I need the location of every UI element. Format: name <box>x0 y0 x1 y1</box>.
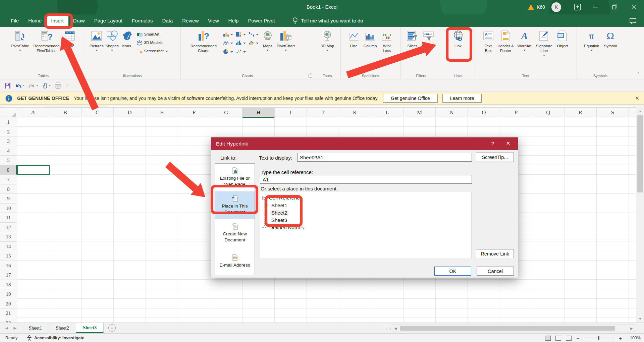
row-header[interactable]: 20 <box>0 299 17 309</box>
text-to-display-input[interactable]: Sheet2!A1 <box>297 153 472 162</box>
ribbon-tab[interactable]: Formulas <box>127 14 158 27</box>
ribbon-tab[interactable]: Power Pivot <box>243 14 279 27</box>
redo-button[interactable] <box>29 83 38 89</box>
horizontal-scrollbar[interactable]: ◀ ▶ <box>392 325 635 332</box>
recommended-charts-button[interactable]: ? Recommended Charts <box>187 28 220 53</box>
normal-view-icon[interactable] <box>545 336 551 341</box>
collapse-node-icon[interactable]: − <box>262 196 266 199</box>
table-button[interactable]: Table <box>64 28 75 51</box>
sparkline-column-button[interactable]: Column <box>364 28 377 48</box>
row-header[interactable]: 9 <box>0 194 17 204</box>
cell-reference-input[interactable]: A1 <box>260 175 472 184</box>
qat-overflow-icon[interactable]: ⋮ <box>65 83 69 88</box>
zoom-out-icon[interactable]: − <box>576 335 579 341</box>
ribbon-tab[interactable]: Help <box>224 14 244 27</box>
link-button[interactable]: Link <box>452 28 464 48</box>
column-header[interactable]: I <box>275 108 307 118</box>
dialog-title-bar[interactable]: Edit Hyperlink <box>211 137 518 150</box>
row-header[interactable]: 14 <box>0 242 17 251</box>
ribbon-tab[interactable]: Review <box>177 14 203 27</box>
tree-item-defined-names[interactable]: Defined Names <box>262 225 305 230</box>
screenshot-button[interactable]: Screenshot <box>137 48 168 54</box>
row-header[interactable]: 13 <box>0 232 17 242</box>
user-badge[interactable]: K60 <box>537 4 545 10</box>
tell-me-box[interactable]: Tell me what you want to do <box>292 14 363 27</box>
timeline-button[interactable]: Timeline <box>421 28 436 48</box>
avatar[interactable]: K <box>551 2 561 12</box>
object-button[interactable]: Object <box>557 28 568 48</box>
row-header[interactable]: 6 <box>0 165 17 175</box>
charts-dialog-launcher-icon[interactable] <box>309 74 312 77</box>
row-header[interactable]: 10 <box>0 204 17 213</box>
column-header[interactable]: C <box>82 108 114 118</box>
column-header[interactable]: Q <box>532 108 565 118</box>
vertical-scrollbar[interactable]: ▲ ▼ <box>636 107 644 323</box>
insert-column-chart-button[interactable] <box>223 32 233 37</box>
slicer-button[interactable]: Slicer <box>407 28 418 48</box>
zoom-in-icon[interactable]: + <box>619 335 622 341</box>
restore-button[interactable] <box>612 4 618 10</box>
scroll-left-icon[interactable]: ◀ <box>393 327 397 330</box>
icons-button[interactable]: Icons <box>121 28 132 48</box>
row-header[interactable]: 4 <box>0 146 17 156</box>
collapse-ribbon-icon[interactable]: ⌃ <box>637 72 640 76</box>
column-header[interactable]: L <box>371 108 404 118</box>
banner-close-icon[interactable]: ✕ <box>635 95 639 101</box>
recommended-pivottables-button[interactable]: ? Recommended PivotTables <box>31 28 62 53</box>
column-header[interactable]: E <box>146 108 178 118</box>
insert-scatter-dots-button[interactable] <box>236 49 246 55</box>
insert-scatter-chart-button[interactable] <box>223 40 233 46</box>
accessibility-status[interactable]: Accessibility: Investigate <box>27 335 84 341</box>
next-sheet-icon[interactable]: ▶ <box>13 326 16 330</box>
zoom-slider[interactable] <box>584 338 614 338</box>
vertical-scroll-thumb[interactable] <box>637 115 643 192</box>
ribbon-tab[interactable]: Data <box>157 14 177 27</box>
insert-pie-chart-button[interactable] <box>223 49 233 55</box>
sheet-tab[interactable]: Sheet3 <box>76 323 104 333</box>
scroll-right-icon[interactable]: ▶ <box>630 327 634 330</box>
column-header[interactable]: D <box>114 108 146 118</box>
row-header[interactable]: 22 <box>0 318 17 323</box>
signature-line-button[interactable]: Signature Line <box>534 28 554 56</box>
wordart-button[interactable]: A WordArt <box>518 28 532 51</box>
row-header[interactable]: 16 <box>0 261 17 271</box>
text-box-button[interactable]: A Text Box <box>483 28 494 53</box>
row-header[interactable]: 8 <box>0 184 17 194</box>
column-header[interactable]: S <box>597 108 629 118</box>
sparkline-winloss-button[interactable]: Win/ Loss <box>381 28 393 53</box>
sparkline-line-button[interactable]: Line <box>348 28 360 48</box>
row-header[interactable]: 15 <box>0 251 17 261</box>
3d-models-button[interactable]: 3D Models <box>137 40 168 46</box>
row-header[interactable]: 17 <box>0 270 17 280</box>
pivottable-button[interactable]: PivotTable <box>11 28 29 51</box>
3d-map-button[interactable]: 3D Map <box>320 28 335 51</box>
ribbon-tab[interactable]: Draw <box>68 14 90 27</box>
row-header[interactable]: 5 <box>0 156 17 165</box>
document-places-tree[interactable]: − Cell Reference Sheet1 Sheet2 Sheet3 De… <box>260 192 472 258</box>
column-header[interactable]: J <box>307 108 339 118</box>
column-header[interactable]: G <box>210 108 243 118</box>
row-header[interactable]: 18 <box>0 280 17 290</box>
shapes-button[interactable]: Shapes <box>106 28 119 51</box>
remove-link-button[interactable]: Remove Link <box>476 249 514 258</box>
horizontal-scroll-thumb[interactable] <box>400 326 615 331</box>
undo-button[interactable] <box>15 83 24 89</box>
dialog-close-icon[interactable]: ✕ <box>503 140 513 147</box>
row-header[interactable]: 12 <box>0 223 17 232</box>
column-header[interactable]: B <box>49 108 82 118</box>
get-genuine-office-button[interactable]: Get genuine Office <box>383 94 437 103</box>
tree-item-cell-reference[interactable]: − Cell Reference <box>262 195 303 201</box>
select-all-corner[interactable] <box>0 108 17 118</box>
zoom-slider-thumb[interactable] <box>598 336 599 340</box>
column-header[interactable]: K <box>339 108 371 118</box>
row-header[interactable]: 19 <box>0 289 17 299</box>
sidebar-item-place-in-document[interactable]: Place in This Document <box>215 191 255 219</box>
insert-combo-chart-button[interactable] <box>249 40 259 46</box>
sidebar-item-email[interactable]: E-mail Address <box>215 247 255 275</box>
header-footer-button[interactable]: Header & Footer <box>497 28 515 53</box>
row-header[interactable]: 21 <box>0 308 17 318</box>
splitter-grip[interactable]: ⋮⋮ <box>384 326 392 331</box>
screentip-button[interactable]: ScreenTip... <box>476 153 514 162</box>
sidebar-item-create-new[interactable]: Create New Document <box>215 219 255 247</box>
smartart-button[interactable]: SmartArt <box>137 32 168 37</box>
